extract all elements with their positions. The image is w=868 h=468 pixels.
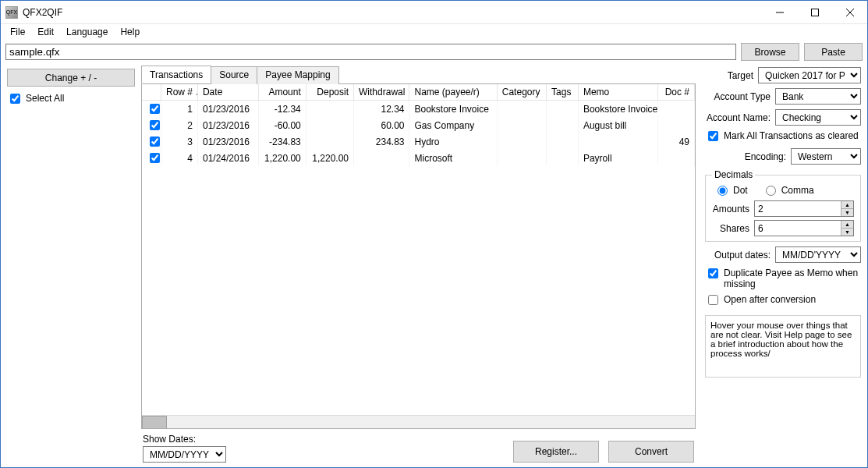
cell-amount: -60.00 bbox=[258, 117, 306, 133]
menu-help[interactable]: Help bbox=[114, 25, 146, 39]
tab-transactions[interactable]: Transactions bbox=[141, 66, 211, 83]
cell-category bbox=[497, 150, 546, 166]
cell-date: 01/23/2016 bbox=[197, 117, 258, 133]
cell-name: Bookstore Invoice bbox=[409, 101, 497, 118]
amounts-spinner[interactable]: ▲▼ bbox=[754, 200, 854, 217]
table-row[interactable]: 301/23/2016-234.83234.83Hydro49 bbox=[142, 133, 695, 150]
register-button[interactable]: Register... bbox=[513, 441, 599, 463]
change-sign-button[interactable]: Change + / - bbox=[7, 69, 135, 87]
maximize-button[interactable] bbox=[797, 1, 832, 23]
menu-language[interactable]: Language bbox=[60, 25, 114, 39]
amounts-up-icon[interactable]: ▲ bbox=[841, 201, 853, 209]
horizontal-scrollbar[interactable] bbox=[142, 415, 695, 428]
menu-edit[interactable]: Edit bbox=[31, 25, 60, 39]
show-dates-select[interactable]: MM/DD/YYYY bbox=[143, 446, 226, 463]
cell-deposit: 1,220.00 bbox=[306, 150, 353, 166]
tab-payee-mapping[interactable]: Payee Mapping bbox=[257, 66, 338, 84]
mark-cleared-checkbox[interactable] bbox=[708, 131, 718, 141]
output-dates-select[interactable]: MM/DD'YYYY bbox=[775, 246, 861, 263]
file-path-input[interactable] bbox=[5, 44, 736, 60]
amounts-input[interactable] bbox=[755, 201, 841, 216]
table-row[interactable]: 101/23/2016-12.3412.34Bookstore InvoiceB… bbox=[142, 101, 695, 118]
paste-button[interactable]: Paste bbox=[804, 43, 863, 61]
table-row[interactable]: 201/23/2016-60.0060.00Gas CompanyAugust … bbox=[142, 117, 695, 133]
shares-spinner[interactable]: ▲▼ bbox=[754, 220, 854, 236]
cell-amount: -12.34 bbox=[258, 101, 306, 118]
row-checkbox[interactable] bbox=[150, 136, 160, 147]
cell-doc bbox=[657, 101, 694, 118]
cell-date: 01/24/2016 bbox=[197, 150, 258, 166]
col-tags[interactable]: Tags bbox=[547, 84, 579, 101]
cell-tags bbox=[547, 117, 579, 133]
col-check[interactable] bbox=[142, 84, 161, 101]
shares-label: Shares bbox=[720, 223, 749, 234]
cell-withdrawal bbox=[354, 150, 409, 166]
col-withdrawal[interactable]: Withdrawal bbox=[354, 84, 409, 101]
center-panel: Transactions Source Payee Mapping Row #▲… bbox=[141, 64, 699, 467]
col-deposit[interactable]: Deposit bbox=[306, 84, 353, 101]
tab-bar: Transactions Source Payee Mapping bbox=[141, 66, 696, 84]
open-after-label: Open after conversion bbox=[724, 294, 816, 305]
select-all-label: Select All bbox=[26, 93, 64, 104]
cell-memo: Bookstore Invoice bbox=[578, 101, 657, 118]
cell-tags bbox=[547, 101, 579, 118]
close-button[interactable] bbox=[832, 1, 867, 23]
decimal-comma-radio[interactable] bbox=[766, 186, 776, 196]
select-all-checkbox[interactable] bbox=[10, 94, 20, 104]
cell-withdrawal: 234.83 bbox=[354, 133, 409, 150]
decimals-group: Decimals Dot Comma Amounts ▲▼ Shares ▲▼ bbox=[705, 169, 861, 242]
col-memo[interactable]: Memo bbox=[578, 84, 657, 101]
col-doc[interactable]: Doc # bbox=[657, 84, 694, 101]
shares-up-icon[interactable]: ▲ bbox=[841, 221, 853, 229]
cell-doc bbox=[657, 117, 694, 133]
app-icon: QFX bbox=[5, 6, 18, 19]
account-type-select[interactable]: Bank bbox=[775, 88, 861, 105]
col-date[interactable]: Date bbox=[197, 84, 258, 101]
decimal-dot-radio[interactable] bbox=[717, 186, 728, 196]
decimals-legend: Decimals bbox=[712, 169, 755, 180]
row-checkbox[interactable] bbox=[150, 104, 160, 114]
table-row[interactable]: 401/24/20161,220.001,220.00MicrosoftPayr… bbox=[142, 150, 695, 166]
account-type-label: Account Type bbox=[714, 91, 771, 102]
col-amount[interactable]: Amount bbox=[258, 84, 306, 101]
mark-cleared-label: Mark All Transactions as cleared bbox=[724, 130, 859, 141]
show-dates-label: Show Dates: bbox=[143, 434, 226, 445]
encoding-select[interactable]: Western bbox=[791, 148, 861, 165]
col-category[interactable]: Category bbox=[497, 84, 546, 101]
shares-down-icon[interactable]: ▼ bbox=[841, 229, 853, 236]
convert-button[interactable]: Convert bbox=[608, 441, 694, 463]
open-after-checkbox[interactable] bbox=[708, 295, 718, 305]
left-panel: Change + / - Select All bbox=[1, 64, 141, 467]
target-select[interactable]: Quicken 2017 for PC bbox=[758, 67, 861, 83]
row-checkbox[interactable] bbox=[150, 153, 160, 163]
cell-row: 4 bbox=[161, 150, 198, 166]
cell-name: Gas Company bbox=[409, 117, 497, 133]
decimal-comma-label: Comma bbox=[781, 185, 814, 196]
svg-rect-1 bbox=[811, 9, 818, 16]
amounts-down-icon[interactable]: ▼ bbox=[841, 209, 853, 216]
cell-memo bbox=[578, 133, 657, 150]
title-bar: QFX QFX2QIF bbox=[1, 1, 867, 24]
account-name-select[interactable]: Checking bbox=[775, 109, 861, 126]
cell-doc bbox=[657, 150, 694, 166]
menu-file[interactable]: File bbox=[4, 25, 31, 39]
close-icon bbox=[846, 9, 854, 16]
duplicate-payee-checkbox[interactable] bbox=[708, 268, 718, 278]
output-dates-label: Output dates: bbox=[714, 250, 771, 261]
cell-deposit bbox=[306, 117, 353, 133]
browse-button[interactable]: Browse bbox=[741, 43, 799, 61]
col-row[interactable]: Row #▲ bbox=[161, 84, 198, 101]
shares-input[interactable] bbox=[755, 221, 841, 236]
cell-tags bbox=[547, 150, 579, 166]
minimize-icon bbox=[776, 9, 784, 16]
cell-amount: 1,220.00 bbox=[258, 150, 306, 166]
row-checkbox[interactable] bbox=[150, 120, 160, 130]
col-name[interactable]: Name (payee/r) bbox=[409, 84, 497, 101]
window-title: QFX2QIF bbox=[23, 7, 62, 18]
tab-source[interactable]: Source bbox=[211, 66, 257, 84]
cell-withdrawal: 12.34 bbox=[354, 101, 409, 118]
cell-row: 2 bbox=[161, 117, 198, 133]
cell-name: Microsoft bbox=[409, 150, 497, 166]
minimize-button[interactable] bbox=[762, 1, 797, 23]
grid-header-row: Row #▲ Date Amount Deposit Withdrawal Na… bbox=[142, 84, 695, 101]
